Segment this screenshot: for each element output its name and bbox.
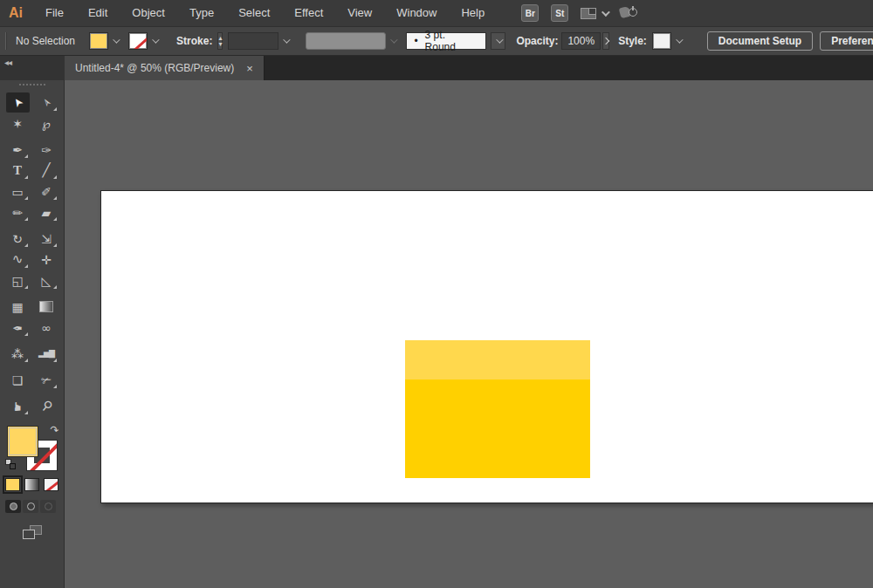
menu-select[interactable]: Select — [226, 0, 282, 26]
stroke-weight-value[interactable] — [228, 32, 278, 50]
style-label: Style: — [618, 35, 647, 47]
tool-curvature[interactable]: ✑ — [35, 140, 58, 160]
tool-line-segment[interactable]: ╱ — [35, 161, 58, 181]
main-area: ➤➢✶℘✒✑T╱▭✐✏▰↻⇲∿✛◱◺▦✒∞⁂▂▅▇❏✃☛⚲ ↷ — [0, 80, 873, 588]
tool-mesh[interactable]: ▦ — [6, 297, 30, 317]
menu-view[interactable]: View — [335, 0, 384, 26]
tool-zoom[interactable]: ⚲ — [35, 396, 58, 416]
stock-button[interactable]: St — [551, 4, 568, 22]
graphic-style-control[interactable] — [652, 32, 681, 50]
tool-selection[interactable]: ➤ — [6, 92, 30, 113]
tool-paintbrush[interactable]: ✐ — [35, 181, 58, 202]
style-swatch[interactable] — [652, 32, 671, 50]
menu-object[interactable]: Object — [120, 0, 177, 26]
perspective-grid-icon: ◺ — [42, 275, 52, 287]
menu-bar: Ai FileEditObjectTypeSelectEffectViewWin… — [0, 0, 873, 26]
tool-scale[interactable]: ⇲ — [35, 229, 58, 249]
tool-eyedropper[interactable]: ✒ — [6, 318, 30, 338]
tool-width[interactable]: ∿ — [6, 250, 30, 270]
width-profile-value[interactable]: • 3 pt. Round — [406, 32, 486, 50]
default-fill-stroke-icon[interactable] — [5, 459, 16, 469]
preferences-button[interactable]: Preferences — [820, 31, 873, 51]
fill-stroke-indicator: ↷ — [5, 426, 59, 471]
color-button[interactable] — [5, 478, 20, 491]
artboard[interactable] — [100, 190, 873, 503]
change-screen-mode-icon[interactable] — [23, 525, 42, 539]
chevron-down-icon — [496, 36, 503, 43]
blend-icon: ∞ — [41, 322, 52, 334]
menu-file[interactable]: File — [33, 0, 76, 26]
tool-column-graph[interactable]: ▂▅▇ — [35, 344, 58, 364]
chevron-down-icon[interactable] — [152, 36, 159, 43]
width-profile-dropdown-button[interactable] — [491, 32, 505, 50]
variable-width-profile[interactable]: • 3 pt. Round — [406, 32, 505, 50]
brush-definition-dropdown — [299, 32, 395, 50]
none-button[interactable] — [44, 478, 58, 491]
panel-grip-dots[interactable] — [19, 84, 45, 87]
puppet-warp-icon: ✛ — [41, 254, 52, 266]
stepper-down-icon[interactable]: ▾ — [218, 41, 222, 47]
tool-perspective-grid[interactable]: ◺ — [35, 270, 58, 291]
canvas-pasteboard[interactable] — [65, 80, 873, 588]
swap-fill-stroke-icon[interactable]: ↷ — [49, 423, 59, 437]
stroke-color-control[interactable] — [128, 32, 157, 50]
tool-direct-selection[interactable]: ➢ — [35, 92, 58, 113]
touch-workspace-icon[interactable] — [620, 5, 637, 21]
menu-type[interactable]: Type — [177, 0, 226, 26]
tool-artboard[interactable]: ❏ — [6, 370, 30, 390]
type-icon: T — [13, 164, 22, 177]
gradient-button[interactable] — [24, 478, 39, 491]
menu-edit[interactable]: Edit — [76, 0, 120, 26]
tool-magic-wand[interactable]: ✶ — [6, 113, 30, 133]
tool-blend[interactable]: ∞ — [35, 318, 58, 338]
magic-wand-icon: ✶ — [12, 118, 23, 130]
tool-hand[interactable]: ☛ — [6, 396, 30, 416]
chevron-down-icon[interactable] — [284, 36, 291, 43]
fill-color-swatch[interactable] — [89, 32, 108, 50]
tool-shape-builder[interactable]: ◱ — [6, 270, 30, 291]
eraser-icon: ▰ — [42, 207, 52, 219]
tool-rectangle[interactable]: ▭ — [6, 181, 30, 202]
tool-shaper[interactable]: ✏ — [6, 202, 30, 222]
tool-rotate[interactable]: ↻ — [6, 229, 30, 249]
draw-behind-button[interactable] — [23, 500, 38, 513]
tool-symbol-sprayer[interactable]: ⁂ — [6, 344, 30, 364]
workspace-layout-icon — [581, 8, 596, 19]
menu-window[interactable]: Window — [384, 0, 449, 26]
rectangle-bottom-band — [405, 379, 590, 478]
workspace-switcher[interactable] — [581, 8, 608, 19]
selection-status: No Selection — [10, 35, 84, 47]
document-tab[interactable]: Untitled-4* @ 50% (RGB/Preview) × — [65, 56, 265, 80]
stroke-weight-dropdown[interactable] — [228, 32, 288, 50]
chevron-down-icon[interactable] — [113, 36, 120, 43]
fill-proxy-swatch[interactable] — [7, 426, 38, 457]
close-icon[interactable]: × — [246, 62, 253, 75]
curvature-icon: ✑ — [41, 144, 52, 156]
yellow-rectangle[interactable] — [405, 340, 590, 478]
tool-gradient[interactable] — [35, 297, 58, 317]
draw-normal-button[interactable] — [5, 500, 21, 513]
stroke-none-swatch[interactable] — [128, 32, 148, 50]
app-logo-icon: Ai — [0, 5, 33, 21]
fill-color-control[interactable] — [89, 32, 118, 50]
control-bar: No Selection Stroke: ▴ ▾ • 3 pt. Round — [0, 26, 873, 56]
draw-inside-button[interactable] — [40, 500, 56, 513]
tool-puppet-warp[interactable]: ✛ — [35, 250, 58, 270]
tool-type[interactable]: T — [6, 161, 30, 181]
toolbar-collapse-button[interactable]: ◂◂ — [0, 56, 65, 80]
tool-eraser[interactable]: ▰ — [35, 202, 58, 222]
tool-lasso[interactable]: ℘ — [35, 113, 58, 133]
menu-bar-right: Br St — [521, 4, 637, 22]
opacity-expand-button[interactable] — [602, 32, 609, 50]
rectangle-top-band — [405, 340, 590, 379]
menu-effect[interactable]: Effect — [282, 0, 335, 26]
bridge-button[interactable]: Br — [521, 4, 539, 22]
tool-pen[interactable]: ✒ — [6, 140, 30, 160]
stroke-weight-stepper[interactable]: ▴ ▾ — [217, 32, 223, 50]
tool-slice[interactable]: ✃ — [35, 370, 58, 390]
stroke-weight-label: Stroke: — [176, 35, 212, 47]
opacity-input[interactable]: 100% — [561, 32, 601, 50]
chevron-down-icon[interactable] — [676, 36, 683, 43]
menu-help[interactable]: Help — [449, 0, 497, 26]
document-setup-button[interactable]: Document Setup — [707, 31, 813, 51]
